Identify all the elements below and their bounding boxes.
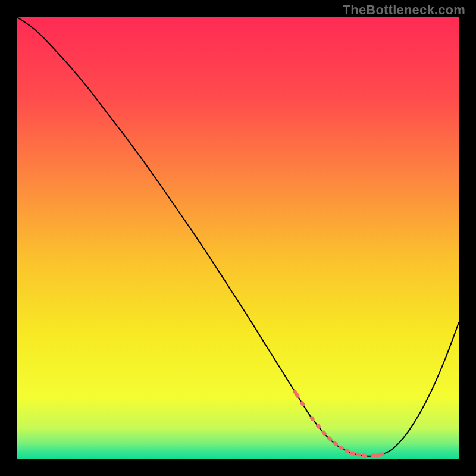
watermark-text: TheBottleneck.com xyxy=(343,2,465,18)
chart-frame: TheBottleneck.com xyxy=(0,0,476,476)
gradient-background xyxy=(17,17,459,459)
chart-plot xyxy=(17,17,459,459)
